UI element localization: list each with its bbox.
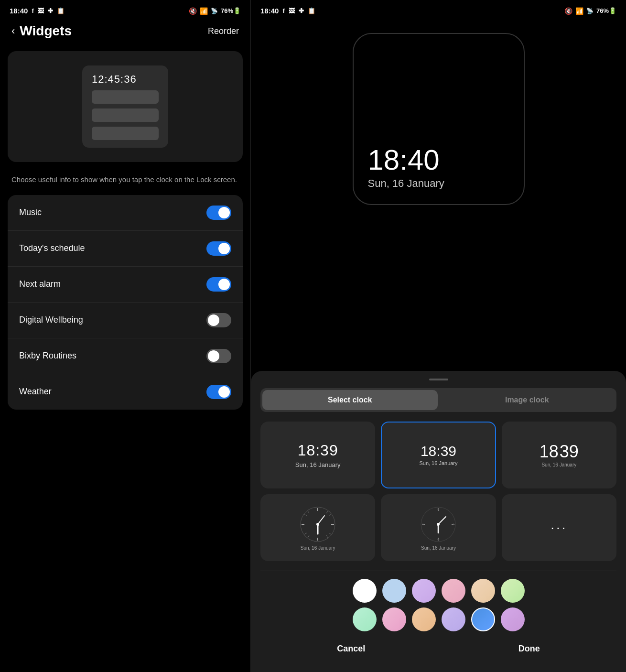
more-dots: ··· (550, 520, 567, 535)
clock2-date: Sun, 16 January (419, 460, 457, 466)
svg-point-22 (453, 523, 454, 525)
left-panel: 18:40 f 🖼 ✤ 📋 🔇 📶 📡 76%🔋 ‹ Widgets Reord… (0, 0, 251, 672)
clock5-date: Sun, 16 January (421, 545, 456, 551)
svg-point-23 (438, 539, 439, 540)
cancel-button[interactable]: Cancel (308, 640, 394, 658)
widget-preview: 12:45:36 (8, 51, 243, 162)
color-rose[interactable] (382, 607, 406, 631)
toggle-list: Music Today's schedule Next alarm Digita… (8, 195, 243, 410)
right-img-icon: 🖼 (289, 7, 295, 14)
clock-option-1[interactable]: 18:39 Sun, 16 January (260, 422, 375, 488)
svg-line-9 (308, 535, 309, 538)
bottom-sheet: Select clock Image clock 18:39 Sun, 16 J… (251, 371, 626, 672)
toggle-music-switch[interactable] (206, 206, 231, 220)
right-wifi-icon: 📶 (575, 7, 583, 15)
clock-option-more[interactable]: ··· (502, 494, 616, 561)
color-row-1 (260, 579, 616, 603)
widget-bar-2 (92, 108, 159, 122)
lock-screen-time: 18:40 (368, 146, 509, 174)
phone-frame: 18:40 Sun, 16 January (353, 33, 525, 205)
facebook-icon: f (32, 7, 33, 14)
color-white[interactable] (353, 579, 377, 603)
svg-point-24 (422, 523, 424, 525)
color-orange[interactable] (412, 607, 436, 631)
clock4-date: Sun, 16 January (301, 545, 335, 551)
right-panel: 18:40 f 🖼 ✤ 📋 🔇 📶 📡 76%🔋 18:40 Sun, 16 J… (251, 0, 626, 672)
analog-clock-dark-svg (419, 505, 457, 543)
done-button[interactable]: Done (490, 640, 569, 658)
analog-clock-light-svg (299, 505, 337, 543)
color-peach[interactable] (471, 579, 495, 603)
toggle-bixby-switch[interactable] (206, 349, 231, 363)
right-mute-icon: 🔇 (564, 7, 572, 15)
color-light-blue[interactable] (382, 579, 406, 603)
toggle-wellbeing: Digital Wellbeing (8, 303, 243, 338)
mute-icon: 🔇 (189, 7, 197, 15)
toggle-schedule-switch[interactable] (206, 241, 231, 256)
color-pink[interactable] (442, 579, 465, 603)
lock-screen-date: Sun, 16 January (368, 177, 509, 190)
left-status-icons: 🔇 📶 📡 76%🔋 (189, 7, 241, 15)
widget-description: Choose useful info to show when you tap … (0, 167, 250, 195)
toggle-wellbeing-label: Digital Wellbeing (19, 315, 83, 325)
clock-option-2[interactable]: 18:39 Sun, 16 January (381, 422, 496, 488)
right-battery: 76%🔋 (596, 7, 616, 14)
right-status-bar: 18:40 f 🖼 ✤ 📋 🔇 📶 📡 76%🔋 (251, 0, 626, 19)
toggle-weather-switch[interactable] (206, 385, 231, 399)
signal-icon: 📡 (211, 8, 218, 14)
toggle-alarm-switch[interactable] (206, 277, 231, 292)
color-row-2 (260, 607, 616, 631)
svg-line-26 (438, 517, 446, 524)
toggle-alarm: Next alarm (8, 267, 243, 303)
svg-point-27 (437, 523, 440, 526)
clock3-hours: 18 (540, 443, 559, 460)
widget-bar-1 (92, 90, 159, 104)
left-time: 18:40 (10, 7, 28, 15)
toggle-schedule: Today's schedule (8, 231, 243, 267)
svg-line-7 (329, 533, 331, 534)
color-lavender[interactable] (412, 579, 436, 603)
clock3-date: Sun, 16 January (541, 462, 576, 467)
clock2-container: 18:39 Sun, 16 January (419, 444, 457, 466)
color-mint[interactable] (501, 579, 525, 603)
right-signal-icon: 📡 (586, 8, 594, 14)
clock-option-5[interactable]: Sun, 16 January (381, 494, 496, 561)
svg-line-5 (326, 511, 328, 513)
toggle-schedule-knob (218, 243, 230, 254)
toggle-bixby-label: Bixby Routines (19, 351, 76, 361)
svg-point-21 (438, 508, 439, 509)
svg-line-14 (318, 516, 324, 524)
tab-image-clock[interactable]: Image clock (440, 390, 615, 410)
right-fb-icon: f (282, 7, 284, 14)
image-icon: 🖼 (38, 7, 44, 14)
svg-line-6 (329, 514, 331, 516)
color-teal[interactable] (353, 607, 377, 631)
sheet-handle (429, 379, 448, 380)
deco-icon: ✤ (48, 7, 53, 14)
toggle-weather-label: Weather (19, 387, 52, 397)
color-blue-selected[interactable] (471, 607, 495, 631)
clock-option-3[interactable]: 18 39 Sun, 16 January (502, 422, 616, 488)
toggle-music: Music (8, 195, 243, 231)
back-button[interactable]: ‹ (11, 25, 15, 37)
toggle-alarm-knob (218, 279, 230, 290)
clock-tab-row: Select clock Image clock (260, 388, 616, 412)
color-purple[interactable] (442, 607, 465, 631)
toggle-schedule-label: Today's schedule (19, 243, 85, 253)
widget-time-display: 12:45:36 (92, 73, 159, 86)
toggle-weather: Weather (8, 374, 243, 410)
clock3-container: 18 39 (540, 443, 579, 460)
tab-select-clock[interactable]: Select clock (262, 390, 438, 410)
toggle-weather-knob (218, 386, 230, 398)
clock3-right: 39 (560, 443, 579, 460)
action-row: Cancel Done (260, 636, 616, 658)
reorder-button[interactable]: Reorder (208, 26, 239, 36)
color-divider (260, 571, 616, 571)
svg-point-15 (316, 523, 319, 526)
widget-card: 12:45:36 (82, 65, 168, 148)
clock-option-4[interactable]: Sun, 16 January (260, 494, 375, 561)
toggle-wellbeing-switch[interactable] (206, 313, 231, 327)
color-violet[interactable] (501, 607, 525, 631)
right-clip-icon: 📋 (308, 7, 315, 14)
clock2-time: 18:39 (421, 444, 456, 458)
